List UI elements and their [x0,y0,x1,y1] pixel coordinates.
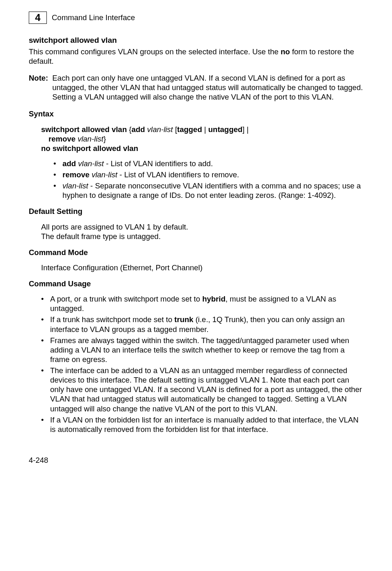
note-label: Note: [29,73,48,102]
default-setting-heading: Default Setting [29,207,363,216]
intro-paragraph: This command configures VLAN groups on t… [29,47,363,66]
usage-item-3: Frames are always tagged within the swit… [41,336,363,364]
u2-bold: trunk [174,315,193,324]
u5-pre: If a VLAN on the forbidden list for an i… [50,415,359,434]
sb1-bold: add [62,159,76,168]
default-setting-body: All ports are assigned to VLAN 1 by defa… [41,222,363,241]
syntax-block: switchport allowed vlan {add vlan-list [… [41,125,363,153]
intro-bold: no [281,47,292,56]
page-title: switchport allowed vlan [29,35,363,45]
syntax-remove: remove [48,135,76,143]
syntax-tagged: tagged [177,125,202,134]
page-number: 4-248 [29,455,363,465]
syntax-bullet-1: add vlan-list - List of VLAN identifiers… [53,159,363,168]
syntax-line-2: remove vlan-list} [48,134,363,144]
sb3-ital: vlan-list [62,181,88,190]
syntax-vlist1: vlan-list [147,125,173,134]
page: 4 Command Line Interface switchport allo… [0,0,392,481]
u4-pre: The interface can be added to a VLAN as … [50,366,362,413]
syntax-close1: ] | [242,125,249,134]
syntax-line-1: switchport allowed vlan {add vlan-list [… [41,125,363,134]
default-line-1: All ports are assigned to VLAN 1 by defa… [41,222,363,232]
chapter-number: 4 [35,13,40,23]
sb3-rest: - Separate nonconsecutive VLAN identifie… [62,181,361,200]
syntax-cmd: switchport allowed vlan [41,125,127,134]
syntax-pipe1: | [202,125,208,134]
sb2-rest: - List of VLAN identifiers to remove. [118,170,239,179]
command-usage-heading: Command Usage [29,279,363,288]
command-mode-body: Interface Configuration (Ethernet, Port … [41,263,363,272]
syntax-untagged: untagged [208,125,242,134]
syntax-line-3: no switchport allowed vlan [41,144,363,153]
u2-pre: If a trunk has switchport mode set to [50,315,174,324]
u1-pre: A port, or a trunk with switchport mode … [50,295,202,303]
syntax-sp2: [ [173,125,177,134]
running-header: 4 Command Line Interface [29,12,363,24]
syntax-bullet-3: vlan-list - Separate nonconsecutive VLAN… [53,181,363,200]
usage-item-5: If a VLAN on the forbidden list for an i… [41,415,363,434]
default-line-2: The default frame type is untagged. [41,232,363,241]
command-usage-list: A port, or a trunk with switchport mode … [41,294,363,434]
sb1-ital: vlan-list [76,159,104,168]
command-mode-heading: Command Mode [29,248,363,257]
running-title: Command Line Interface [52,13,135,22]
syntax-open: { [127,125,131,134]
note-block: Note: Each port can only have one untagg… [29,73,363,102]
intro-prefix: This command configures VLAN groups on t… [29,47,281,56]
sb2-ital: vlan-list [90,170,118,179]
usage-item-1: A port, or a trunk with switchport mode … [41,294,363,313]
usage-item-2: If a trunk has switchport mode set to tr… [41,315,363,334]
chapter-badge: 4 [29,12,47,24]
syntax-bullet-2: remove vlan-list - List of VLAN identifi… [53,170,363,179]
usage-item-4: The interface can be added to a VLAN as … [41,366,363,413]
syntax-close2: } [104,135,106,143]
syntax-heading: Syntax [29,109,363,118]
sb2-bold: remove [62,170,90,179]
u1-bold: hybrid [202,295,226,303]
syntax-vlist2: vlan-list [78,135,104,143]
syntax-bullets: add vlan-list - List of VLAN identifiers… [53,159,363,200]
syntax-add: add [131,125,145,134]
sb1-rest: - List of VLAN identifiers to add. [104,159,213,168]
u3-pre: Frames are always tagged within the swit… [50,336,349,364]
note-body: Each port can only have one untagged VLA… [52,73,363,102]
